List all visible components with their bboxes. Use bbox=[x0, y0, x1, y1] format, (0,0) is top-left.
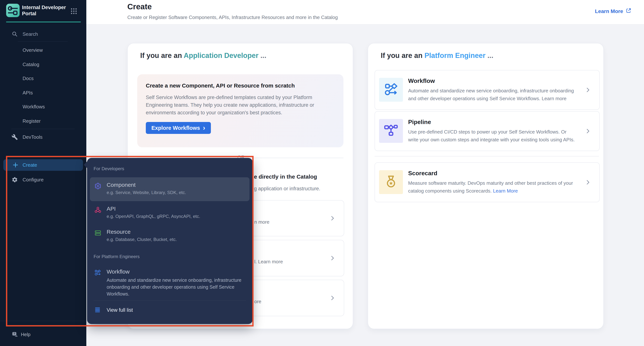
page-subtitle: Create or Register Software Components, … bbox=[127, 14, 338, 20]
wrench-icon bbox=[12, 134, 18, 140]
sidebar-item-label: Help bbox=[21, 332, 30, 337]
card-section-divider bbox=[374, 156, 599, 157]
pipeline-icon-tile bbox=[379, 119, 403, 143]
card-heading: If you are an Platform Engineer ... bbox=[381, 52, 493, 60]
learn-more-link[interactable]: Learn More bbox=[493, 188, 518, 194]
help-chat-icon: ? bbox=[12, 331, 18, 338]
sidebar-item-devtools[interactable]: DevTools bbox=[0, 132, 86, 142]
row-title: Pipeline bbox=[408, 119, 431, 126]
app-logo[interactable] bbox=[6, 4, 20, 17]
heading-suffix: ... bbox=[486, 52, 493, 59]
card-heading: If you are an Application Developer ... bbox=[140, 52, 266, 60]
row-text-fragment: l. Learn more bbox=[254, 259, 283, 265]
create-from-scratch-panel: Create a new Component, API or Resource … bbox=[137, 74, 344, 147]
plus-icon bbox=[12, 162, 19, 168]
menu-item-description: e.g. OpenAPI, GraphQL, gRPC, AsyncAPI, e… bbox=[107, 214, 200, 219]
sidebar-item-label: Configure bbox=[22, 177, 44, 183]
menu-section-label: For Developers bbox=[94, 166, 124, 171]
sidebar-accent-rule bbox=[6, 22, 81, 22]
menu-item-title: API bbox=[107, 206, 116, 212]
menu-item-title: Component bbox=[107, 182, 136, 188]
chevron-right-icon bbox=[585, 128, 591, 134]
sidebar-item-help[interactable]: ? Help bbox=[0, 329, 86, 340]
row-text-fragment: ore bbox=[254, 299, 262, 305]
sidebar-item-create[interactable]: Create bbox=[3, 159, 83, 171]
sidebar: Internal Developer Portal Search Overvie… bbox=[0, 0, 86, 346]
sidebar-item-register[interactable]: Register bbox=[0, 116, 86, 126]
workflow-icon bbox=[94, 269, 101, 276]
sidebar-item-search[interactable]: Search bbox=[0, 29, 86, 39]
menu-item-api[interactable]: API e.g. OpenAPI, GraphQL, gRPC, AsyncAP… bbox=[90, 201, 250, 225]
menu-item-description: Automate and standardize new service onb… bbox=[107, 277, 244, 297]
button-label: Explore Workflows bbox=[152, 125, 200, 131]
heading-suffix: ... bbox=[258, 52, 266, 59]
row-description-text: Use pre-defined CI/CD steps to power up … bbox=[408, 129, 575, 143]
sidebar-item-label: Overview bbox=[22, 47, 43, 53]
row-title: Workflow bbox=[408, 77, 435, 84]
sidebar-item-label: Create bbox=[22, 162, 37, 168]
or-divider-line bbox=[250, 158, 344, 158]
sidebar-item-label: Catalog bbox=[22, 62, 39, 67]
menu-item-component[interactable]: Component e.g. Service, Website, Library… bbox=[90, 177, 250, 201]
menu-item-workflow[interactable]: Workflow Automate and standardize new se… bbox=[90, 267, 250, 298]
sidebar-item-docs[interactable]: Docs bbox=[0, 73, 86, 84]
sidebar-item-configure[interactable]: Configure bbox=[0, 174, 86, 185]
heading-prefix: If you are an bbox=[140, 52, 184, 59]
heading-highlight: Application Developer bbox=[184, 52, 258, 59]
sidebar-item-label: APIs bbox=[22, 90, 33, 96]
svg-text:?: ? bbox=[14, 332, 15, 335]
workflow-icon-tile bbox=[379, 78, 403, 102]
app-title: Internal Developer Portal bbox=[22, 4, 68, 17]
pipeline-row[interactable]: Pipeline Use pre-defined CI/CD steps to … bbox=[374, 111, 600, 151]
row-description-text: Automate and standardize new service onb… bbox=[408, 88, 574, 101]
heading-prefix: If you are an bbox=[381, 52, 424, 59]
learn-more-label: Learn More bbox=[595, 8, 623, 14]
chevron-right-icon bbox=[329, 255, 336, 261]
external-link-icon bbox=[625, 7, 632, 15]
header-divider bbox=[86, 24, 644, 24]
apps-grid-icon[interactable] bbox=[70, 7, 78, 15]
explore-workflows-button[interactable]: Explore Workflows › bbox=[146, 122, 211, 134]
sidebar-item-label: Workflows bbox=[22, 104, 45, 110]
sidebar-divider bbox=[11, 129, 74, 129]
menu-item-resource[interactable]: Resource e.g. Database, Cluster, Bucket,… bbox=[90, 224, 250, 248]
sidebar-item-workflows[interactable]: Workflows bbox=[0, 102, 86, 112]
row-description: Use pre-defined CI/CD steps to power up … bbox=[408, 128, 578, 144]
sidebar-item-label: Search bbox=[22, 31, 38, 37]
panel-description: Self Service Workflows are pre-defined t… bbox=[146, 94, 336, 117]
scorecard-row[interactable]: Scorecard Measure software maturity. Dev… bbox=[374, 162, 600, 202]
heading-highlight: Platform Engineer bbox=[424, 52, 485, 59]
platform-engineer-card: If you are an Platform Engineer ... bbox=[368, 43, 604, 329]
workflow-row[interactable]: Workflow Automate and standardize new se… bbox=[374, 70, 600, 110]
gear-icon bbox=[12, 176, 18, 183]
register-section-title-fragment: e directly in the Catalog bbox=[254, 173, 317, 180]
scorecard-medal-icon bbox=[384, 175, 398, 189]
list-icon bbox=[94, 307, 101, 313]
menu-divider bbox=[94, 301, 246, 301]
resource-servers-icon bbox=[94, 229, 102, 236]
scorecard-icon-tile bbox=[379, 170, 403, 194]
idp-create-page: Internal Developer Portal Search Overvie… bbox=[0, 0, 644, 346]
pipeline-icon bbox=[384, 124, 398, 138]
component-gear-icon bbox=[94, 182, 102, 189]
workflow-icon bbox=[384, 82, 398, 97]
sidebar-item-apis[interactable]: APIs bbox=[0, 88, 86, 98]
sidebar-item-catalog[interactable]: Catalog bbox=[0, 59, 86, 70]
menu-item-description: e.g. Service, Website, Library, SDK, etc… bbox=[107, 190, 186, 195]
sidebar-item-overview[interactable]: Overview bbox=[0, 45, 86, 55]
learn-more-link[interactable]: Learn More bbox=[595, 7, 632, 15]
view-full-list-item[interactable]: View full list bbox=[90, 305, 250, 316]
chevron-right-icon bbox=[329, 295, 336, 301]
row-title: Scorecard bbox=[408, 170, 438, 177]
page-title: Create bbox=[127, 2, 152, 11]
api-webhook-icon bbox=[94, 206, 102, 213]
sidebar-item-label: Register bbox=[22, 118, 41, 124]
row-text-fragment: n more bbox=[254, 219, 270, 225]
menu-item-title: Resource bbox=[107, 229, 130, 235]
create-flyout-menu: For Developers Component e.g. Service, W… bbox=[87, 158, 253, 324]
row-description-text: Measure software maturity. DevOps maturi… bbox=[408, 180, 573, 194]
search-icon bbox=[12, 31, 18, 37]
sidebar-item-label: Docs bbox=[22, 76, 34, 81]
sidebar-item-label: DevTools bbox=[22, 134, 42, 140]
row-description: Automate and standardize new service onb… bbox=[408, 87, 578, 102]
